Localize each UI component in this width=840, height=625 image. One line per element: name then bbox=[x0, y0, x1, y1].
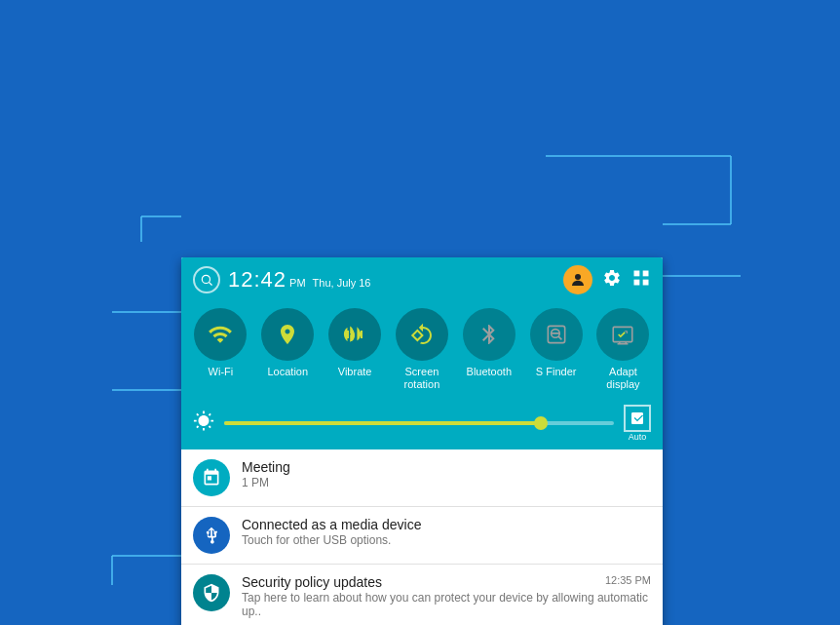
usb-subtitle: Touch for other USB options. bbox=[242, 533, 651, 547]
user-avatar[interactable] bbox=[563, 265, 592, 294]
usb-icon bbox=[193, 517, 230, 554]
security-icon bbox=[193, 574, 230, 611]
usb-title: Connected as a media device bbox=[242, 517, 651, 532]
qs-s-finder[interactable]: S Finder bbox=[526, 308, 587, 378]
security-title: Security policy updates bbox=[242, 574, 382, 590]
usb-content: Connected as a media device Touch for ot… bbox=[242, 517, 651, 547]
brightness-bar[interactable]: Auto bbox=[181, 401, 663, 449]
security-content: Security policy updates 12:35 PM Tap her… bbox=[242, 574, 651, 618]
brightness-auto-toggle[interactable]: Auto bbox=[624, 405, 651, 442]
search-icon-circle[interactable] bbox=[193, 266, 220, 293]
time-display: 12:42 PM Thu, July 16 bbox=[228, 267, 370, 293]
svg-rect-14 bbox=[643, 270, 649, 276]
meeting-title: Meeting bbox=[242, 459, 651, 475]
svg-line-11 bbox=[210, 283, 212, 286]
settings-icon[interactable] bbox=[602, 268, 622, 293]
svg-rect-15 bbox=[634, 279, 640, 285]
location-icon-circle bbox=[261, 308, 314, 361]
time-ampm: PM bbox=[289, 277, 306, 289]
wifi-label: Wi-Fi bbox=[209, 366, 234, 378]
sfinder-label: S Finder bbox=[536, 366, 577, 378]
notification-panel: 12:42 PM Thu, July 16 bbox=[181, 257, 663, 625]
qs-screen-rotation[interactable]: Screen rotation bbox=[392, 308, 452, 391]
location-label: Location bbox=[267, 366, 308, 378]
qs-location[interactable]: Location bbox=[257, 308, 318, 378]
vibrate-icon-circle bbox=[328, 308, 381, 361]
notification-meeting[interactable]: Meeting 1 PM bbox=[181, 449, 663, 507]
grid-icon[interactable] bbox=[631, 268, 651, 293]
qs-bluetooth[interactable]: Bluetooth bbox=[459, 308, 519, 378]
security-subtitle: Tap here to learn about how you can prot… bbox=[242, 591, 651, 618]
svg-rect-16 bbox=[643, 279, 649, 285]
security-time: 12:35 PM bbox=[605, 574, 651, 586]
meeting-content: Meeting 1 PM bbox=[242, 459, 651, 489]
brightness-thumb bbox=[534, 416, 548, 430]
brightness-auto-icon bbox=[624, 405, 651, 432]
security-header: Security policy updates 12:35 PM bbox=[242, 574, 651, 590]
adapt-icon-circle bbox=[596, 308, 649, 361]
sfinder-icon-circle bbox=[530, 308, 583, 361]
rotation-icon-circle bbox=[396, 308, 448, 361]
qs-vibrate[interactable]: Vibrate bbox=[325, 308, 385, 378]
header-left: 12:42 PM Thu, July 16 bbox=[193, 266, 370, 293]
header-right bbox=[563, 265, 651, 294]
brightness-track[interactable] bbox=[224, 421, 614, 425]
qs-wifi[interactable]: Wi-Fi bbox=[190, 308, 250, 378]
notification-security[interactable]: Security policy updates 12:35 PM Tap her… bbox=[181, 565, 663, 625]
quick-settings-row: Wi-Fi Location Vibrate bbox=[181, 300, 663, 401]
vibrate-label: Vibrate bbox=[338, 366, 372, 378]
meeting-subtitle: 1 PM bbox=[242, 476, 651, 489]
panel-header: 12:42 PM Thu, July 16 bbox=[181, 257, 663, 300]
bluetooth-icon-circle bbox=[463, 308, 515, 361]
screen-rotation-label: Screen rotation bbox=[404, 366, 440, 391]
svg-line-21 bbox=[558, 336, 561, 339]
brightness-auto-label: Auto bbox=[629, 432, 647, 442]
meeting-icon bbox=[193, 459, 230, 496]
bluetooth-label: Bluetooth bbox=[467, 366, 512, 378]
adapt-display-label: Adapt display bbox=[606, 366, 639, 391]
time-text: 12:42 bbox=[228, 267, 286, 293]
brightness-icon bbox=[193, 410, 214, 437]
brightness-fill bbox=[224, 421, 536, 425]
time-date: Thu, July 16 bbox=[313, 277, 371, 289]
notification-usb[interactable]: Connected as a media device Touch for ot… bbox=[181, 507, 663, 565]
svg-point-12 bbox=[575, 274, 581, 280]
wifi-icon-circle bbox=[194, 308, 247, 361]
qs-adapt-display[interactable]: Adapt display bbox=[592, 308, 653, 391]
svg-rect-13 bbox=[634, 270, 640, 276]
